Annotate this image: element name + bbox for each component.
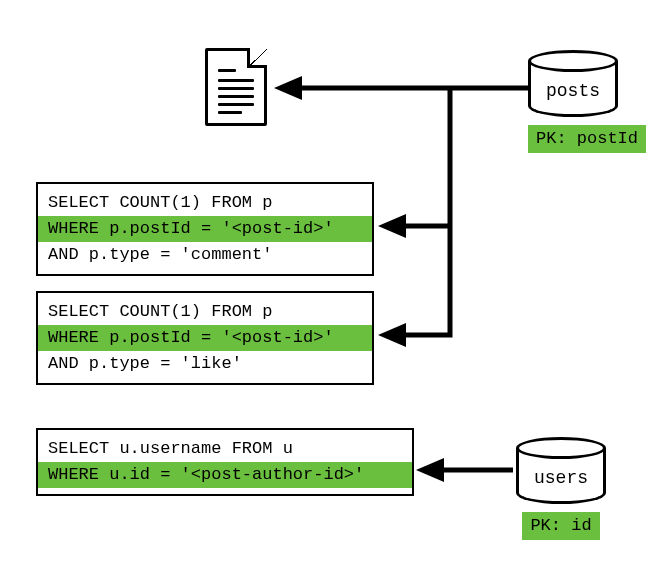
query1-line2: WHERE p.postId = '<post-id>'	[38, 216, 372, 242]
query2-line2: WHERE p.postId = '<post-id>'	[38, 325, 372, 351]
posts-pk-badge: PK: postId	[528, 125, 646, 153]
query1-line3: AND p.type = 'comment'	[48, 242, 362, 268]
users-db-label: users	[534, 468, 588, 488]
users-database: users PK: id	[516, 437, 606, 540]
document-icon	[205, 48, 267, 126]
query2-line3: AND p.type = 'like'	[48, 351, 362, 377]
arrow-posts-to-doc-head	[274, 76, 302, 100]
users-pk-badge: PK: id	[522, 512, 599, 540]
query-likes-count: SELECT COUNT(1) FROM p WHERE p.postId = …	[36, 291, 374, 385]
query2-line1: SELECT COUNT(1) FROM p	[48, 299, 362, 325]
query-comments-count: SELECT COUNT(1) FROM p WHERE p.postId = …	[36, 182, 374, 276]
query3-line1: SELECT u.username FROM u	[48, 436, 402, 462]
arrow-posts-to-query2	[398, 88, 450, 335]
arrow-users-to-query3-head	[416, 458, 444, 482]
posts-database: posts PK: postId	[528, 50, 646, 153]
query3-line2: WHERE u.id = '<post-author-id>'	[38, 462, 412, 488]
arrow-posts-to-query2-head	[378, 323, 406, 347]
query-author-username: SELECT u.username FROM u WHERE u.id = '<…	[36, 428, 414, 496]
posts-db-label: posts	[546, 81, 600, 101]
query1-line1: SELECT COUNT(1) FROM p	[48, 190, 362, 216]
arrow-posts-to-query1-head	[378, 214, 406, 238]
